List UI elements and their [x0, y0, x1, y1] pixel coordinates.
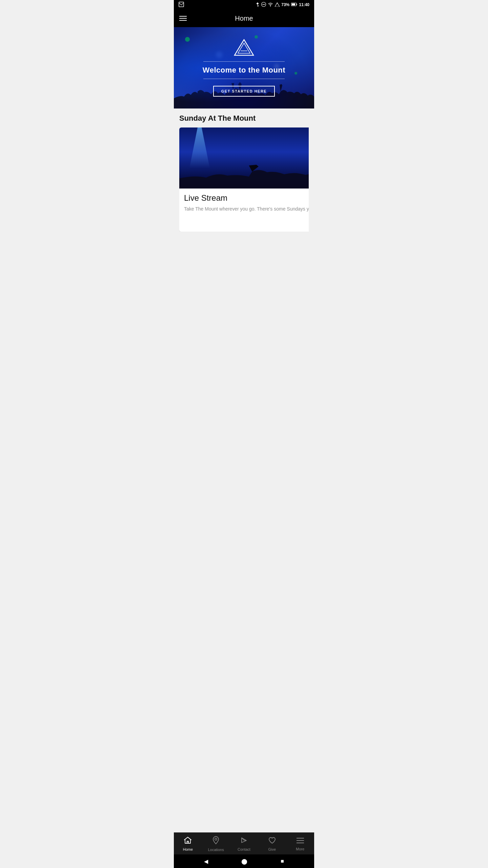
wifi-icon: [268, 2, 273, 7]
battery-percent: 73%: [281, 2, 289, 7]
status-app-icon: [179, 2, 184, 8]
section-title: Sunday At The Mount: [179, 114, 309, 123]
hero-divider-bottom: [203, 79, 285, 79]
status-bar: 73% 11:40: [174, 0, 314, 9]
svg-rect-7: [297, 4, 297, 5]
live-stream-card-image: [179, 127, 309, 189]
bluetooth-icon: [256, 2, 260, 8]
hero-content: Welcome to the Mount GET STARTED HERE: [203, 39, 285, 97]
battery-icon: [291, 2, 297, 7]
svg-marker-9: [238, 43, 250, 53]
svg-marker-8: [235, 40, 253, 55]
signal-icon: [275, 2, 280, 8]
concert-crowd: [179, 165, 309, 189]
card-image-bg: [179, 127, 309, 189]
card-title: Live Stream: [184, 193, 309, 203]
svg-rect-0: [179, 2, 184, 7]
card-body: Live Stream Take The Mount wherever you …: [179, 189, 309, 217]
get-started-button[interactable]: GET STARTED HERE: [213, 86, 275, 97]
dnd-icon: [261, 2, 266, 8]
svg-rect-6: [292, 3, 295, 5]
card-description: Take The Mount wherever you go. There's …: [184, 205, 309, 213]
hero-divider-top: [203, 61, 285, 62]
page-title: Home: [235, 15, 253, 22]
cards-row: Live Stream Take The Mount wherever you …: [179, 127, 309, 232]
hero-banner: Welcome to the Mount GET STARTED HERE: [174, 27, 314, 108]
main-content: Sunday At The Mount: [174, 108, 314, 237]
menu-button[interactable]: [179, 16, 187, 21]
live-stream-card[interactable]: Live Stream Take The Mount wherever you …: [179, 127, 309, 232]
hero-title: Welcome to the Mount: [203, 66, 285, 75]
logo-icon: [234, 39, 254, 56]
top-navigation: Home: [174, 9, 314, 27]
status-left: [179, 2, 184, 8]
time-display: 11:40: [299, 2, 309, 7]
concert-light: [189, 127, 210, 168]
status-right: 73% 11:40: [256, 2, 309, 8]
